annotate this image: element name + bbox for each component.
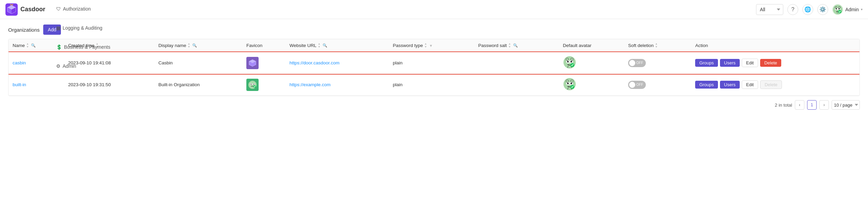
cell-favicon [242, 74, 285, 96]
filter-password-type-icon[interactable]: ▼ [429, 44, 433, 48]
filter-display-name-icon[interactable]: 🔍 [192, 43, 197, 48]
svg-point-6 [833, 5, 842, 14]
filter-password-salt-icon[interactable]: 🔍 [513, 43, 518, 48]
cell-website-url: https://example.com [285, 74, 389, 96]
nav-right: All ? 🌐 ⚙️ [756, 4, 863, 15]
favicon-box [246, 57, 259, 69]
toggle-label: OFF [636, 61, 643, 65]
website-url-link[interactable]: https://door.casdoor.com [290, 60, 340, 65]
logo-icon [5, 3, 18, 16]
soft-deletion-toggle[interactable]: OFF [628, 59, 646, 67]
svg-point-24 [248, 81, 257, 89]
business-payments-nav-icon: 💲 [56, 44, 62, 50]
cell-default-avatar [559, 52, 624, 74]
cell-soft-deletion: OFF [624, 74, 691, 96]
col-password-type: Password type ▲ ▼ ▼ [389, 39, 474, 52]
sort-soft-deletion-icon[interactable]: ▲ ▼ [655, 43, 658, 48]
cell-password-type: plain [389, 52, 474, 74]
svg-point-19 [567, 61, 569, 63]
section-header: Organizations Add [8, 25, 860, 35]
total-count: 2 in total [775, 103, 792, 108]
toggle-label: OFF [636, 83, 643, 87]
groups-button[interactable]: Groups [695, 81, 718, 89]
cell-soft-deletion: OFF [624, 52, 691, 74]
website-url-link[interactable]: https://example.com [290, 82, 331, 87]
cell-password-type: plain [389, 74, 474, 96]
logo-text: Casdoor [20, 6, 45, 13]
svg-point-12 [838, 6, 840, 9]
delete-button: Delete [760, 80, 782, 89]
name-link[interactable]: built-in [13, 82, 26, 87]
filter-website-url-icon[interactable]: 🔍 [323, 43, 327, 48]
svg-point-28 [253, 83, 255, 84]
next-page-button[interactable]: › [819, 100, 829, 110]
per-page-select[interactable]: 10 / page 20 / page 50 / page [832, 100, 860, 110]
col-soft-deletion: Soft deletion ▲ ▼ [624, 39, 691, 52]
help-button[interactable]: ? [787, 4, 798, 15]
svg-point-35 [566, 80, 569, 82]
svg-point-33 [567, 83, 569, 84]
nav-item-authorization[interactable]: 🛡Authorization [52, 0, 114, 19]
prev-page-button[interactable]: ‹ [795, 100, 804, 110]
nav-items: 🏠Home⊞User Management🔒Identity🛡Authoriza… [52, 0, 114, 76]
pagination-bar: 2 in total ‹ 1 › 10 / page 20 / page 50 … [8, 96, 860, 111]
cell-password-salt [474, 74, 559, 96]
search-scope-select[interactable]: All [756, 4, 783, 15]
cell-website-url: https://door.casdoor.com [285, 52, 389, 74]
users-button[interactable]: Users [720, 59, 740, 67]
favicon-box [246, 79, 259, 91]
cell-action: Groups Users Edit Delete [691, 74, 859, 96]
cell-display-name: Casbin [154, 52, 243, 74]
table-row: casbin 2023-09-10 19:41:08 Casbin https:… [9, 52, 859, 74]
col-favicon: Favicon [242, 39, 285, 52]
section-title: Organizations [8, 27, 40, 33]
logging-auditing-nav-icon: ▦ [56, 25, 61, 31]
table-body: casbin 2023-09-10 19:41:08 Casbin https:… [9, 52, 859, 96]
svg-point-34 [571, 83, 572, 84]
edit-button[interactable]: Edit [742, 80, 758, 89]
soft-deletion-toggle[interactable]: OFF [628, 81, 646, 89]
svg-point-36 [571, 80, 573, 82]
sort-password-type-icon[interactable]: ▲ ▼ [424, 43, 427, 48]
sort-name-icon[interactable]: ▲ ▼ [26, 43, 29, 48]
logo[interactable]: Casdoor [5, 3, 45, 16]
nav-item-logging-auditing[interactable]: ▦Logging & Auditing [52, 19, 114, 38]
svg-point-21 [566, 58, 569, 61]
admin-nav-icon: ⚙ [56, 63, 61, 69]
avatar-area[interactable]: Admin ▾ [832, 4, 863, 15]
users-button[interactable]: Users [720, 81, 740, 89]
svg-point-16 [563, 56, 576, 68]
col-display-name: Display name ▲ ▼ 🔍 [154, 39, 243, 52]
svg-point-27 [251, 83, 252, 84]
cell-favicon [242, 52, 285, 74]
table-row: built-in 2023-09-10 19:31:50 Built-in Or… [9, 74, 859, 96]
page-1-button[interactable]: 1 [807, 100, 817, 110]
organizations-table: Name ▲ ▼ 🔍 Created time ▲ [9, 39, 859, 96]
globe-button[interactable]: 🌐 [802, 4, 813, 15]
svg-point-20 [571, 61, 572, 63]
cell-default-avatar [559, 74, 624, 96]
col-action: Action [691, 39, 859, 52]
default-avatar-image [563, 56, 576, 69]
nav-item-admin[interactable]: ⚙Admin [52, 57, 114, 76]
filter-name-icon[interactable]: 🔍 [31, 43, 36, 48]
svg-point-11 [835, 6, 837, 9]
toggle-knob [629, 82, 635, 88]
edit-button[interactable]: Edit [742, 59, 758, 67]
sort-website-url-icon[interactable]: ▲ ▼ [318, 43, 321, 48]
groups-button[interactable]: Groups [695, 59, 718, 67]
nav-item-business-payments[interactable]: 💲Business & Payments [52, 38, 114, 57]
action-group: Groups Users Edit Delete [695, 80, 855, 89]
sort-password-salt-icon[interactable]: ▲ ▼ [508, 43, 511, 48]
cell-action: Groups Users Edit Delete [691, 52, 859, 74]
settings-button[interactable]: ⚙️ [817, 4, 828, 15]
navbar: Casdoor 🏠Home⊞User Management🔒Identity🛡A… [0, 0, 868, 19]
sort-display-name-icon[interactable]: ▲ ▼ [187, 43, 190, 48]
avatar [832, 4, 843, 15]
default-avatar-image [563, 77, 576, 91]
name-link[interactable]: casbin [13, 60, 26, 65]
toggle-knob [629, 60, 635, 66]
content-area: Organizations Add Name ▲ ▼ 🔍 [0, 19, 868, 116]
svg-point-22 [571, 58, 573, 61]
delete-button[interactable]: Delete [760, 59, 781, 67]
